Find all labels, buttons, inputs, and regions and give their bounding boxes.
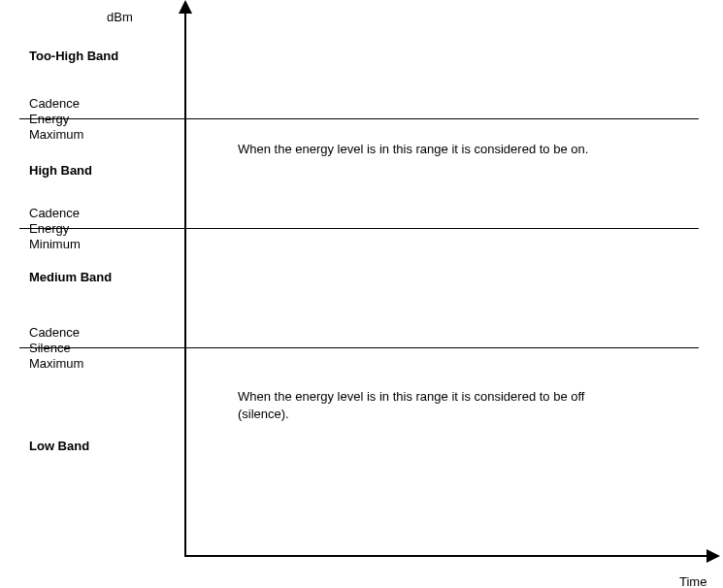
annotation-off-range: When the energy level is in this range i… xyxy=(238,388,607,423)
annotation-on-range: When the energy level is in this range i… xyxy=(238,141,607,158)
band-label-medium: Medium Band xyxy=(29,270,180,285)
energy-band-diagram: dBm Time Too-High Band High Band Medium … xyxy=(0,0,723,588)
band-label-high: High Band xyxy=(29,163,180,179)
threshold-label-energy-max: Cadence Energy Maximum xyxy=(29,96,180,143)
band-label-low: Low Band xyxy=(29,439,180,454)
y-axis-label: dBm xyxy=(107,10,133,24)
x-axis-arrow-icon xyxy=(707,549,720,563)
y-axis-arrow-icon xyxy=(179,0,192,14)
x-axis-label: Time xyxy=(679,574,707,588)
threshold-label-silence-max: Cadence Silence Maximum xyxy=(29,325,180,372)
x-axis xyxy=(184,555,708,557)
band-label-too-high: Too-High Band xyxy=(29,49,180,64)
y-axis xyxy=(184,8,186,557)
threshold-label-energy-min: Cadence Energy Minimum xyxy=(29,206,180,252)
